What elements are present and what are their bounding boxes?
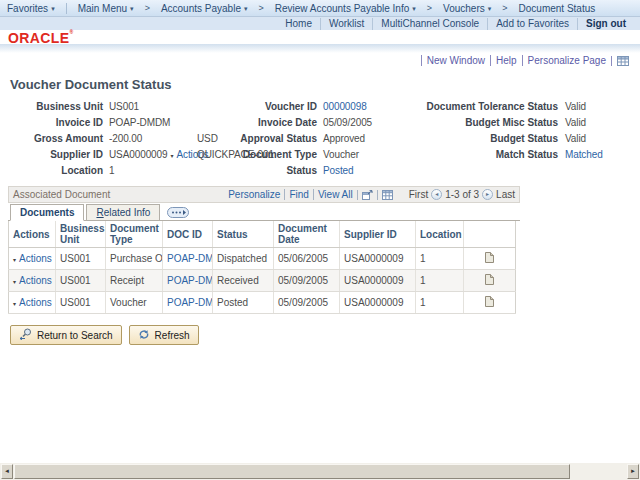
scroll-right-icon[interactable]: ► xyxy=(627,464,639,479)
cell-document-date: 05/06/2005 xyxy=(274,248,340,270)
application-window: Favorites ▾ Main Menu ▾ > Accounts Payab… xyxy=(0,0,640,480)
document-icon[interactable] xyxy=(485,254,494,265)
table-row: ▾Actions US001 Receipt POAP-DM Received … xyxy=(9,270,516,292)
field-label: Budget Misc Status xyxy=(400,117,558,128)
refresh-button[interactable]: Refresh xyxy=(129,325,199,345)
horizontal-scrollbar[interactable]: ◄ ► xyxy=(0,463,640,480)
field-label: Voucher ID xyxy=(210,101,317,112)
cell-document-date: 05/09/2005 xyxy=(274,270,340,292)
table-row: ▾Actions US001 Voucher POAP-DM Posted 05… xyxy=(9,292,516,314)
related-actions-dropdown-icon[interactable]: ▾ xyxy=(171,153,174,159)
cell-document-type: Purchase Order xyxy=(106,248,163,270)
column-header-doc-id: DOC ID xyxy=(163,221,213,248)
download-grid-icon[interactable] xyxy=(377,190,397,200)
voucher-header-fields: Business Unit US001 Invoice ID POAP-DMDM… xyxy=(0,0,640,185)
associated-document-grid: Associated Document Personalize Find Vie… xyxy=(8,186,520,314)
cell-document-date: 05/09/2005 xyxy=(274,292,340,314)
cell-business-unit: US001 xyxy=(56,248,106,270)
field-label: Business Unit xyxy=(0,101,103,112)
field-label: Invoice ID xyxy=(0,117,103,128)
invoice-date-value: 05/09/2005 xyxy=(323,117,372,128)
tab-documents[interactable]: Documents xyxy=(10,204,84,221)
cell-location: 1 xyxy=(416,292,464,314)
field-label: Approval Status xyxy=(210,133,317,144)
row-actions-dropdown-icon[interactable]: ▾ xyxy=(13,301,16,307)
personalize-link[interactable]: Personalize xyxy=(224,189,284,200)
column-header-status: Status xyxy=(213,221,274,248)
row-actions-dropdown-icon[interactable]: ▾ xyxy=(13,279,16,285)
column-header-business-unit: Business Unit xyxy=(56,221,106,248)
voucher-id-link[interactable]: 00000098 xyxy=(323,101,367,112)
find-link[interactable]: Find xyxy=(284,189,312,200)
invoice-id-value: POAP-DMDM xyxy=(109,117,170,128)
tab-related-info[interactable]: Related Info xyxy=(86,204,160,220)
field-label: Gross Amount xyxy=(0,133,103,144)
pager-prev-icon[interactable]: ◂ xyxy=(431,189,442,200)
pager-next-icon[interactable]: ▸ xyxy=(482,189,493,200)
footer-buttons: Return to Search Refresh xyxy=(10,325,199,345)
location-value: 1 xyxy=(109,165,114,176)
scroll-left-icon[interactable]: ◄ xyxy=(1,464,13,479)
grid-tab-bar: Documents Related Info xyxy=(8,203,520,221)
grid-pager: First ◂ 1-3 of 3 ▸ Last xyxy=(409,189,515,200)
grid-toolbar: Personalize Find View All First ◂ 1-3 of… xyxy=(224,189,515,200)
status-link[interactable]: Posted xyxy=(323,165,354,176)
view-all-link[interactable]: View All xyxy=(313,189,357,200)
scrollbar-thumb[interactable] xyxy=(14,464,570,479)
tab-label-rest: elated Info xyxy=(104,207,151,218)
budget-misc-status-value: Valid xyxy=(565,117,586,128)
cell-supplier-id: USA0000009 xyxy=(340,292,416,314)
cell-status: Posted xyxy=(213,292,274,314)
pager-first-label[interactable]: First xyxy=(409,189,428,200)
cell-location: 1 xyxy=(416,248,464,270)
column-header-supplier-id: Supplier ID xyxy=(340,221,416,248)
row-actions-link[interactable]: Actions xyxy=(19,275,52,286)
doc-id-link[interactable]: POAP-DM xyxy=(167,297,213,308)
cell-document-type: Voucher xyxy=(106,292,163,314)
column-header-document-date: Document Date xyxy=(274,221,340,248)
doc-id-link[interactable]: POAP-DM xyxy=(167,275,213,286)
cell-status: Received xyxy=(213,270,274,292)
field-label: Invoice Date xyxy=(210,117,317,128)
field-label: Location xyxy=(0,165,103,176)
cell-status: Dispatched xyxy=(213,248,274,270)
column-header-document-type: Document Type xyxy=(106,221,163,248)
doc-id-link[interactable]: POAP-DM xyxy=(167,253,213,264)
column-header-attachment xyxy=(464,221,516,248)
return-to-search-icon xyxy=(19,328,32,342)
gross-amount-value: -200.00 xyxy=(109,133,142,144)
tab-label-accesskey: R xyxy=(96,207,103,218)
refresh-label: Refresh xyxy=(155,330,190,341)
row-actions-dropdown-icon[interactable]: ▾ xyxy=(13,257,16,263)
approval-status-value: Approved xyxy=(323,133,365,144)
document-tolerance-status-value: Valid xyxy=(565,101,586,112)
budget-status-value: Valid xyxy=(565,133,586,144)
document-type-value: Voucher xyxy=(323,149,359,160)
table-row: ▾Actions US001 Purchase Order POAP-DM Di… xyxy=(9,248,516,270)
row-actions-link[interactable]: Actions xyxy=(19,297,52,308)
match-status-link[interactable]: Matched xyxy=(565,149,603,160)
cell-supplier-id: USA0000009 xyxy=(340,270,416,292)
cell-business-unit: US001 xyxy=(56,270,106,292)
supplier-id-value: USA0000009 xyxy=(109,149,168,160)
row-actions-link[interactable]: Actions xyxy=(19,253,52,264)
supplier-id-group: USA0000009 ▾ Actions xyxy=(109,149,209,160)
show-all-columns-icon[interactable] xyxy=(167,207,189,218)
cell-business-unit: US001 xyxy=(56,292,106,314)
document-icon[interactable] xyxy=(485,276,494,287)
column-header-location: Location xyxy=(416,221,464,248)
field-label: Document Type xyxy=(210,149,317,160)
pager-last-label[interactable]: Last xyxy=(496,189,515,200)
refresh-icon xyxy=(138,329,150,342)
grid-header-bar: Associated Document Personalize Find Vie… xyxy=(8,186,520,203)
document-icon[interactable] xyxy=(485,298,494,309)
return-to-search-button[interactable]: Return to Search xyxy=(10,325,122,345)
field-label: Status xyxy=(210,165,317,176)
cell-document-type: Receipt xyxy=(106,270,163,292)
zoom-popup-icon[interactable] xyxy=(357,190,377,200)
column-header-actions: Actions xyxy=(9,221,56,248)
field-label: Match Status xyxy=(400,149,558,160)
field-label: Budget Status xyxy=(400,133,558,144)
table-header-row: Actions Business Unit Document Type DOC … xyxy=(9,221,516,248)
field-label: Document Tolerance Status xyxy=(400,101,558,112)
